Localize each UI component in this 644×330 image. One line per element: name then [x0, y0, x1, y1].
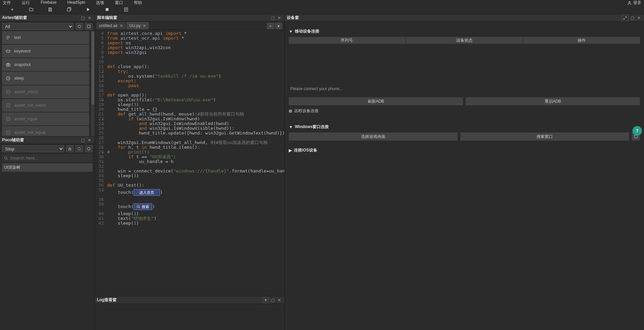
action-icon: [5, 89, 11, 95]
action-icon: [5, 103, 11, 108]
panel-undock-icon[interactable]: ▢: [80, 137, 86, 143]
editor-tab-bar: untitled.air✕ UU.py✕ ＋ ▾: [95, 22, 284, 30]
tab-uu-py[interactable]: UU.py✕: [126, 22, 148, 29]
expand-icon[interactable]: [622, 15, 628, 21]
panel-close-icon[interactable]: ✕: [276, 15, 282, 21]
panel-close-icon[interactable]: ✕: [636, 15, 642, 21]
new-button[interactable]: [3, 5, 22, 14]
log-body: [95, 304, 284, 330]
filter-icon[interactable]: ▼: [263, 297, 269, 303]
action-icon: [5, 130, 11, 135]
chevron-down-icon: ▼: [289, 29, 293, 34]
play-icon: [86, 7, 90, 12]
add-tab-button[interactable]: ＋: [267, 23, 274, 29]
refresh-adb-button[interactable]: 刷新ADB: [289, 97, 463, 105]
device-body: ▼ 移动设备连接 序列号. 设备状态 操作 Please connect you…: [285, 22, 644, 330]
panel-close-icon[interactable]: ✕: [276, 297, 282, 303]
svg-rect-5: [6, 50, 10, 52]
panel-undock-icon[interactable]: ▢: [269, 297, 276, 303]
tab-untitled[interactable]: untitled.air✕: [96, 22, 126, 29]
device-table-header: 序列号. 设备状态 操作: [289, 37, 640, 44]
tab-menu-button[interactable]: ▾: [275, 23, 282, 29]
action-icon: [5, 76, 11, 81]
svg-point-14: [87, 147, 90, 150]
poco-ui-tree-label[interactable]: UI渲染树: [2, 163, 93, 172]
mobile-section-header[interactable]: ▼ 移动设备连接: [289, 28, 640, 34]
search-window-button[interactable]: 搜索窗口: [460, 132, 629, 141]
airtest-item-snapshot[interactable]: snapshot: [2, 58, 89, 71]
menubar: 文件 运行 Firebase HeadSpin 选项 窗口 帮助 登录: [0, 0, 644, 5]
panel-undock-icon[interactable]: ▢: [269, 15, 276, 21]
open-button[interactable]: [22, 5, 41, 14]
report-button[interactable]: [117, 5, 136, 14]
ios-section-header[interactable]: ▶ 连接iOS设备: [289, 147, 640, 153]
save-button[interactable]: [41, 5, 60, 14]
remote-device-radio[interactable]: 远程设备连接: [289, 108, 640, 114]
select-game-button[interactable]: 选择游戏画面: [289, 132, 458, 141]
svg-point-0: [629, 1, 630, 3]
action-icon: [5, 35, 11, 40]
action-icon: [5, 116, 11, 122]
airtest-scrollbar[interactable]: [91, 31, 95, 136]
panel-close-icon[interactable]: ✕: [86, 137, 93, 143]
poco-mode-select[interactable]: Stop: [2, 145, 64, 152]
login-button[interactable]: 登录: [627, 0, 641, 6]
th-status: 设备状态: [406, 38, 523, 43]
airtest-action-list: textkeyeventsnapshotsleepassert_existsas…: [0, 31, 91, 136]
svg-rect-17: [635, 135, 637, 138]
run-button[interactable]: [79, 5, 98, 14]
refresh-icon[interactable]: [76, 145, 83, 152]
device-empty-msg: Please connect your phone...: [289, 44, 640, 95]
code-editor[interactable]: 4567891011121314151617181920212223242526…: [95, 30, 284, 296]
menu-headspin[interactable]: HeadSpin: [67, 0, 85, 5]
stop-button[interactable]: [98, 5, 117, 14]
svg-point-7: [7, 64, 9, 66]
save-icon: [48, 7, 53, 12]
menu-firebase[interactable]: Firebase: [41, 0, 57, 5]
airtest-filter-select[interactable]: All: [2, 23, 74, 30]
log-panel-header: Log查看窗 ▼ ▢ ✕: [95, 296, 284, 304]
airtest-item-assert_equal[interactable]: assert_equal: [2, 112, 89, 125]
panel-undock-icon[interactable]: ▢: [629, 15, 635, 21]
editor-panel-title: 脚本编辑窗: [97, 15, 269, 21]
airtest-item-text[interactable]: text: [2, 31, 89, 44]
chevron-right-icon: ▶: [289, 148, 292, 153]
device-panel-title: 设备窗: [287, 15, 622, 21]
poco-search-input[interactable]: [10, 156, 90, 161]
action-icon: [5, 48, 11, 54]
airtest-item-sleep[interactable]: sleep: [2, 72, 89, 85]
chevron-down-icon: ▼: [289, 125, 293, 129]
airtest-item-keyevent[interactable]: keyevent: [2, 45, 89, 58]
save-all-button[interactable]: [60, 5, 79, 14]
th-serial: 序列号.: [289, 38, 406, 43]
airtest-panel-title: Airtest辅助窗: [2, 15, 79, 21]
airtest-item-assert_not_equal[interactable]: assert_not_equal: [2, 126, 89, 136]
action-icon: [5, 62, 11, 67]
record-icon[interactable]: [76, 23, 83, 30]
svg-point-15: [5, 157, 7, 159]
radio-dot-icon: [289, 109, 292, 113]
editor-panel-header: 脚本编辑窗 ▢ ✕: [95, 14, 284, 22]
log-panel-title: Log查看窗: [97, 297, 262, 303]
capture-icon[interactable]: [85, 23, 93, 30]
svg-rect-13: [69, 149, 71, 150]
airtest-panel-header: Airtest辅助窗 ▢ ✕: [0, 14, 95, 22]
windows-section-header[interactable]: ▼ Windows窗口连接: [289, 124, 640, 130]
close-icon[interactable]: ✕: [143, 23, 146, 28]
poco-panel-title: Poco辅助窗: [2, 137, 79, 143]
panel-undock-icon[interactable]: ▢: [80, 15, 86, 21]
svg-point-3: [78, 25, 81, 28]
lock-icon[interactable]: [66, 145, 74, 152]
th-action: 操作: [523, 38, 640, 43]
toolbar: [0, 5, 644, 14]
save-all-icon: [67, 7, 72, 12]
panel-close-icon[interactable]: ✕: [86, 15, 93, 21]
poco-panel-header: Poco辅助窗 ▢ ✕: [0, 137, 95, 144]
airtest-item-assert_not_exists[interactable]: assert_not_exists: [2, 99, 89, 112]
record-icon[interactable]: [85, 145, 93, 152]
help-fab[interactable]: ?: [632, 126, 642, 136]
svg-rect-1: [106, 8, 108, 11]
close-icon[interactable]: ✕: [120, 23, 123, 28]
airtest-item-assert_exists[interactable]: assert_exists: [2, 85, 89, 98]
restart-adb-button[interactable]: 重启ADB: [466, 97, 640, 105]
